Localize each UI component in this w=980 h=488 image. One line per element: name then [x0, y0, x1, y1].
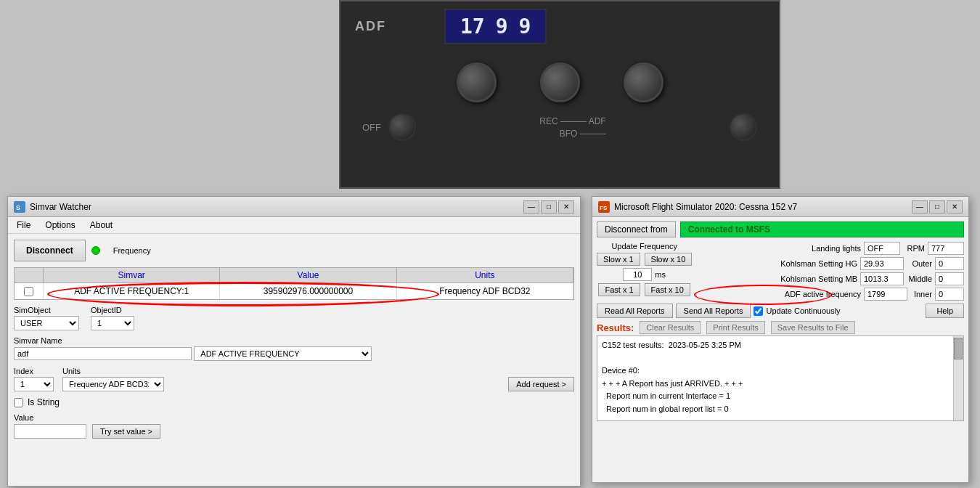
msfs-titlebar: FS Microsoft Flight Simulator 2020: Cess…	[592, 197, 968, 217]
col-header-checkbox	[15, 268, 44, 282]
disconnect-btn[interactable]: Disconnect	[14, 240, 86, 261]
col-header-value: Value	[220, 268, 396, 282]
landing-lights-input[interactable]	[864, 242, 900, 255]
knob-3[interactable]	[624, 62, 663, 102]
slow-x10-btn[interactable]: Slow x 10	[645, 253, 693, 266]
adf-digit-1: 17	[460, 15, 485, 38]
index-label: Index	[14, 367, 54, 375]
adf-freq-input[interactable]	[864, 288, 907, 301]
menu-options[interactable]: Options	[39, 219, 81, 232]
simobject-select[interactable]: USER	[14, 316, 79, 330]
adf-freq-label: ADF active frequency	[698, 290, 861, 298]
connected-status: Connected to MSFS	[680, 221, 964, 237]
help-btn[interactable]: Help	[926, 304, 964, 318]
update-continuously-label: Update Continuously	[766, 306, 840, 315]
send-all-reports-btn[interactable]: Send All Reports	[676, 304, 751, 318]
freq-ms-input[interactable]: 10	[623, 268, 652, 281]
msfs-close-btn[interactable]: ✕	[947, 200, 963, 214]
slow-x1-btn[interactable]: Slow x 1	[597, 253, 640, 266]
units-label: Units	[62, 367, 164, 375]
row-checkbox[interactable]	[15, 283, 44, 299]
knob-off[interactable]	[388, 113, 416, 141]
update-freq-label: Update Frequency	[611, 242, 677, 251]
value-input[interactable]	[14, 424, 86, 439]
fast-x1-btn[interactable]: Fast x 1	[598, 283, 640, 296]
adf-display: 17 9 9	[444, 9, 547, 44]
inner-label: Inner	[910, 290, 932, 298]
adf-digit-2: 9	[496, 15, 508, 38]
adf-rec-label: REC ——— ADF	[539, 116, 605, 126]
results-box: C152 test results: 2023-05-25 3:25 PM De…	[597, 336, 964, 421]
outer-input[interactable]	[935, 257, 964, 270]
value-label: Value	[14, 413, 574, 422]
results-label: Results:	[597, 322, 634, 333]
simvar-window-title: Simvar Watcher	[30, 202, 91, 212]
read-all-reports-btn[interactable]: Read All Reports	[597, 304, 673, 318]
msfs-window: FS Microsoft Flight Simulator 2020: Cess…	[592, 196, 969, 483]
col-header-units: Units	[397, 268, 573, 282]
knob-1[interactable]	[457, 62, 497, 102]
simvar-maximize-btn[interactable]: □	[541, 200, 557, 214]
scrollbar-thumb[interactable]	[954, 338, 963, 359]
is-string-checkbox[interactable]	[14, 398, 23, 407]
print-results-btn[interactable]: Print Results	[706, 321, 764, 334]
frequency-label: Frequency	[113, 246, 151, 255]
simvar-watcher-window: S Simvar Watcher — □ ✕ File Options Abou…	[7, 196, 581, 487]
simvar-name-dropdown[interactable]: ADF ACTIVE FREQUENCY	[194, 346, 372, 361]
simobject-label: SimObject	[14, 306, 79, 314]
results-text: C152 test results: 2023-05-25 3:25 PM De…	[602, 339, 959, 421]
adf-digit-3: 9	[519, 15, 531, 38]
disconnect-from-btn[interactable]: Disconnect from	[597, 221, 676, 237]
units-select[interactable]: Frequency ADF BCD32	[62, 377, 164, 391]
row-select-checkbox[interactable]	[24, 287, 33, 296]
simvar-titlebar: S Simvar Watcher — □ ✕	[8, 197, 580, 217]
menu-about[interactable]: About	[84, 219, 118, 232]
svg-text:FS: FS	[600, 205, 608, 211]
simvar-close-btn[interactable]: ✕	[558, 200, 574, 214]
adf-panel: ADF 17 9 9 OFF REC ——— ADF BFO ———	[339, 0, 780, 189]
msfs-window-title: Microsoft Flight Simulator 2020: Cessna …	[614, 202, 797, 212]
simvar-icon: S	[14, 201, 25, 213]
scrollbar-track[interactable]	[953, 336, 963, 420]
adf-off-label: OFF	[362, 122, 381, 133]
simvar-name-label: Simvar Name	[14, 336, 574, 345]
msfs-minimize-btn[interactable]: —	[912, 200, 928, 214]
knob-2[interactable]	[540, 62, 580, 102]
row-simvar: ADF ACTIVE FREQUENCY:1	[44, 283, 220, 299]
simvar-table-header: Simvar Value Units	[14, 267, 574, 282]
adf-label: ADF	[355, 19, 386, 34]
simvar-menubar: File Options About	[8, 217, 580, 234]
middle-label: Middle	[907, 274, 932, 283]
simvar-minimize-btn[interactable]: —	[523, 200, 539, 214]
outer-label: Outer	[907, 259, 932, 268]
clear-results-btn[interactable]: Clear Results	[640, 321, 701, 334]
simvar-name-input[interactable]	[14, 347, 192, 360]
kohlsman-hg-label: Kohlsman Setting HG	[698, 259, 857, 268]
add-request-btn[interactable]: Add request >	[508, 377, 574, 391]
try-set-value-btn[interactable]: Try set value >	[92, 424, 160, 439]
middle-input[interactable]	[935, 272, 964, 285]
msfs-icon: FS	[598, 201, 610, 213]
kohlsman-hg-input[interactable]	[860, 257, 904, 270]
index-select[interactable]: 1	[14, 377, 54, 391]
menu-file[interactable]: File	[11, 219, 36, 232]
row-units: Frequency ADF BCD32	[397, 283, 573, 299]
col-header-simvar: Simvar	[44, 268, 220, 282]
fast-x10-btn[interactable]: Fast x 10	[645, 283, 690, 296]
msfs-maximize-btn[interactable]: □	[929, 200, 945, 214]
freq-ms-unit: ms	[655, 270, 666, 279]
objectid-select[interactable]: 1	[91, 316, 134, 330]
objectid-label: ObjectID	[91, 306, 134, 314]
connection-status-dot	[91, 246, 100, 255]
results-scroll-area: C152 test results: 2023-05-25 3:25 PM De…	[597, 336, 964, 421]
landing-lights-label: Landing lights	[698, 244, 861, 253]
kohlsman-mb-input[interactable]	[860, 272, 904, 285]
knob-bfo[interactable]	[730, 113, 757, 141]
rpm-input[interactable]	[928, 242, 964, 255]
row-value: 395902976.000000000	[220, 283, 396, 299]
save-results-btn[interactable]: Save Results to File	[771, 321, 855, 334]
inner-input[interactable]	[935, 288, 964, 301]
update-continuously-checkbox[interactable]	[754, 306, 763, 316]
rpm-label: RPM	[903, 244, 925, 253]
kohlsman-mb-label: Kohlsman Setting MB	[698, 274, 857, 283]
